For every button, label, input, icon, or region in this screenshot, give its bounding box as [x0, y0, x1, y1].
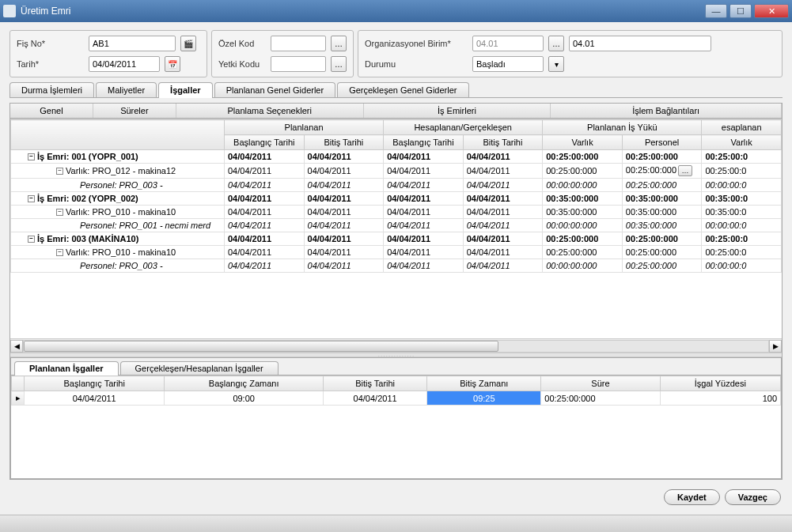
lowertab-gerceklesen-isgaller[interactable]: Gerçekleşen/Hesaplanan İşgaller: [120, 361, 279, 375]
table-row[interactable]: Personel: PRO_003 -04/04/201104/04/20110…: [11, 179, 782, 192]
row-indicator-icon: ▸: [12, 391, 25, 406]
fisno-label: Fiş No*: [17, 39, 84, 48]
lower-row[interactable]: ▸ 04/04/2011 09:00 04/04/2011 09:25 00:2…: [12, 391, 781, 406]
table-row[interactable]: −Varlık: PRO_010 - makina1004/04/201104/…: [11, 246, 782, 259]
table-row[interactable]: −İş Emri: 001 (YOPR_001)04/04/201104/04/…: [11, 150, 782, 164]
tree-label: Personel: PRO_003 -: [80, 261, 163, 270]
tree-toggle-icon[interactable]: −: [28, 195, 35, 202]
maximize-button[interactable]: ☐: [729, 4, 752, 18]
durumu-dropdown-icon[interactable]: ▾: [548, 56, 564, 72]
orgbirim-label: Organizasyonel Birim*: [365, 39, 468, 48]
subtab-is-emirleri[interactable]: İş Emirleri: [364, 104, 551, 118]
table-row[interactable]: −İş Emri: 002 (YOPR_002)04/04/201104/04/…: [11, 192, 782, 206]
tree-toggle-icon[interactable]: −: [56, 209, 63, 216]
scroll-left-icon[interactable]: ◀: [10, 340, 23, 353]
main-grid[interactable]: Planlanan Hesaplanan/Gerçekleşen Planlan…: [10, 119, 782, 273]
table-row[interactable]: Personel: PRO_003 -04/04/201104/04/20110…: [11, 259, 782, 273]
tree-label: İş Emri: 002 (YOPR_002): [37, 194, 138, 203]
tree-toggle-icon[interactable]: −: [56, 168, 63, 175]
lower-grid[interactable]: Başlangıç Tarihi Başlangıç Zamanı Bitiş …: [11, 375, 781, 406]
table-row[interactable]: Personel: PRO_001 - necmi merd04/04/2011…: [11, 219, 782, 232]
table-row[interactable]: −Varlık: PRO_010 - makina1004/04/201104/…: [11, 206, 782, 219]
cancel-button[interactable]: Vazgeç: [725, 489, 781, 505]
yetkikodu-lookup-icon[interactable]: …: [331, 56, 347, 72]
col-group-hesaplanan: Hesaplanan/Gerçekleşen: [384, 120, 543, 135]
fisno-lookup-icon[interactable]: 🎬: [180, 36, 196, 51]
selected-cell[interactable]: 09:25: [427, 391, 541, 406]
orgbirim-input2[interactable]: [569, 36, 711, 51]
ozelkod-label: Özel Kod: [218, 39, 266, 48]
tarih-label: Tarih*: [17, 59, 84, 69]
ozelkod-input[interactable]: [271, 36, 326, 51]
cell-lookup-icon[interactable]: …: [678, 165, 692, 176]
tree-label: Personel: PRO_003 -: [80, 180, 163, 190]
tab-isgaller[interactable]: İşgaller: [158, 82, 213, 98]
tree-toggle-icon[interactable]: −: [56, 249, 63, 256]
app-icon: [3, 5, 16, 17]
calendar-icon[interactable]: [165, 56, 180, 72]
tree-label: İş Emri: 001 (YOPR_001): [37, 152, 138, 161]
window-title: Üretim Emri: [21, 6, 705, 17]
subtab-planlama[interactable]: Planlama Seçenekleri: [176, 104, 364, 118]
ozelkod-lookup-icon[interactable]: …: [331, 36, 347, 51]
horizontal-scrollbar[interactable]: ◀ ▶: [10, 338, 782, 353]
col-group-esaplanan: esaplanan: [702, 120, 782, 135]
subtab-genel[interactable]: Genel: [10, 104, 93, 118]
table-row[interactable]: −İş Emri: 003 (MAKİNA10)04/04/201104/04/…: [11, 232, 782, 246]
table-row[interactable]: −Varlık: PRO_012 - makina1204/04/201104/…: [11, 164, 782, 179]
tarih-input[interactable]: [89, 56, 160, 72]
sub-tabstrip: Genel Süreler Planlama Seçenekleri İş Em…: [10, 104, 782, 119]
col-group-planlanan: Planlanan: [225, 120, 384, 135]
minimize-button[interactable]: —: [705, 4, 727, 18]
durumu-input[interactable]: [472, 56, 544, 72]
fisno-input[interactable]: [89, 36, 176, 51]
tree-label: Varlık: PRO_010 - makina10: [66, 247, 176, 257]
tree-label: İş Emri: 003 (MAKİNA10): [37, 234, 138, 243]
save-button[interactable]: Kaydet: [664, 489, 720, 505]
tab-durma-islemleri[interactable]: Durma İşlemleri: [9, 82, 94, 97]
yetkikodu-input[interactable]: [271, 56, 326, 72]
yetkikodu-label: Yetki Kodu: [218, 59, 266, 69]
subtab-islem-baglantilari[interactable]: İşlem Bağlantıları: [551, 104, 782, 118]
tree-toggle-icon[interactable]: −: [28, 236, 35, 243]
scroll-right-icon[interactable]: ▶: [769, 340, 782, 353]
tree-label: Personel: PRO_001 - necmi merd: [80, 221, 210, 230]
statusbar: [0, 515, 792, 532]
scroll-thumb[interactable]: [24, 341, 498, 352]
titlebar[interactable]: Üretim Emri — ☐ ✕: [0, 0, 792, 22]
tree-label: Varlık: PRO_010 - makina10: [66, 207, 176, 217]
tab-gerceklesen-giderler[interactable]: Gerçekleşen Genel Giderler: [337, 82, 468, 97]
orgbirim-input1[interactable]: [472, 36, 544, 51]
tab-maliyetler[interactable]: Maliyetler: [96, 82, 157, 97]
orgbirim-lookup-icon[interactable]: …: [548, 36, 564, 51]
col-group-isyuku: Planlanan İş Yükü: [543, 120, 702, 135]
close-button[interactable]: ✕: [754, 4, 789, 18]
main-tabstrip: Durma İşlemleri Maliyetler İşgaller Plan…: [9, 82, 783, 98]
lowertab-planlanan-isgaller[interactable]: Planlanan İşgaller: [14, 361, 119, 375]
tree-label: Varlık: PRO_012 - makina12: [66, 166, 176, 175]
subtab-sureler[interactable]: Süreler: [93, 104, 176, 118]
tab-planlanan-giderler[interactable]: Planlanan Genel Giderler: [214, 82, 336, 97]
durumu-label: Durumu: [365, 59, 468, 69]
tree-toggle-icon[interactable]: −: [28, 153, 35, 160]
